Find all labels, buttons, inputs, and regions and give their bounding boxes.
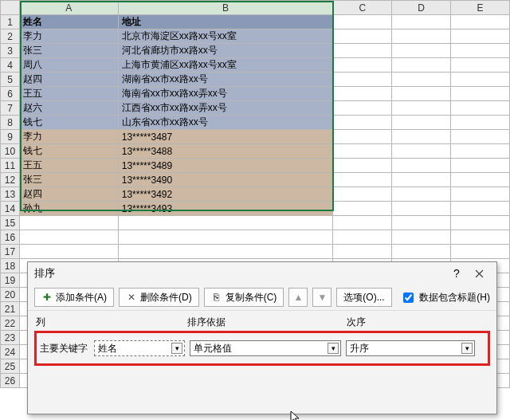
row-header[interactable]: 21 xyxy=(1,302,20,316)
column-header-row: A B C D E xyxy=(1,1,510,15)
row-header[interactable]: 10 xyxy=(1,144,20,159)
row-header[interactable]: 17 xyxy=(1,245,20,259)
row-header[interactable]: 5 xyxy=(1,73,20,87)
sort-basis-combo[interactable]: 单元格值 ▾ xyxy=(190,340,341,356)
cell-name[interactable]: 赵六 xyxy=(19,101,118,116)
cell-value[interactable]: 13*****3492 xyxy=(118,187,333,202)
cell-value[interactable]: 上海市黄浦区xx路xx号xx室 xyxy=(118,58,333,73)
cell-name[interactable]: 钱七 xyxy=(19,116,118,130)
sort-grid-header: 列 排序依据 次序 xyxy=(28,311,496,331)
cell-value[interactable]: 北京市海淀区xx路xx号xx室 xyxy=(118,29,333,44)
row-header[interactable]: 11 xyxy=(1,159,20,173)
add-condition-button[interactable]: ✚ 添加条件(A) xyxy=(34,288,114,307)
row-header[interactable]: 18 xyxy=(1,259,20,273)
table-row[interactable]: 13赵四13*****3492 xyxy=(1,187,510,202)
cell-value[interactable]: 13*****3487 xyxy=(118,130,333,144)
table-row[interactable]: 15 xyxy=(1,216,510,230)
select-all-corner[interactable] xyxy=(1,1,20,15)
move-up-button[interactable]: ▲ xyxy=(288,288,308,307)
row-header[interactable]: 8 xyxy=(1,116,20,130)
header-checkbox[interactable]: 数据包含标题(H) xyxy=(400,290,490,305)
col-header-A[interactable]: A xyxy=(19,1,118,15)
row-header[interactable]: 7 xyxy=(1,101,20,116)
row-header[interactable]: 15 xyxy=(1,216,20,230)
plus-icon: ✚ xyxy=(41,292,53,303)
table-row[interactable]: 4周八上海市黄浦区xx路xx号xx室 xyxy=(1,58,510,73)
cell-value[interactable]: 河北省廊坊市xx路xx号 xyxy=(118,44,333,58)
row-header[interactable]: 9 xyxy=(1,130,20,144)
cell-value[interactable]: 湖南省xx市xx路xx号 xyxy=(118,73,333,87)
row-header[interactable]: 20 xyxy=(1,288,20,302)
cell-name[interactable]: 周八 xyxy=(19,58,118,73)
close-icon xyxy=(475,269,484,278)
sort-order-combo[interactable]: 升序 ▾ xyxy=(346,340,475,356)
table-row[interactable]: 11王五13*****3489 xyxy=(1,159,510,173)
row-header[interactable]: 14 xyxy=(1,202,20,216)
table-row[interactable]: 6王五海南省xx市xx路xx弄xx号 xyxy=(1,87,510,101)
table-row[interactable]: 17 xyxy=(1,245,510,259)
chevron-down-icon: ▾ xyxy=(461,343,473,354)
header-checkbox-input[interactable] xyxy=(403,292,414,303)
cell-value[interactable]: 13*****3489 xyxy=(118,159,333,173)
x-icon: ✕ xyxy=(126,292,137,303)
table-row[interactable]: 14孙九13*****3493 xyxy=(1,202,510,216)
table-row[interactable]: 12张三13*****3490 xyxy=(1,173,510,187)
chevron-down-icon: ▾ xyxy=(171,343,182,354)
table-row[interactable]: 16 xyxy=(1,230,510,245)
cell-name[interactable]: 张三 xyxy=(19,44,118,58)
cell-name[interactable]: 赵四 xyxy=(19,187,118,202)
sort-key-combo[interactable]: 姓名 ▾ xyxy=(94,340,185,356)
table-row[interactable]: 2李力北京市海淀区xx路xx号xx室 xyxy=(1,29,510,44)
row-header[interactable]: 26 xyxy=(1,374,20,388)
table-row[interactable]: 10钱七13*****3488 xyxy=(1,144,510,159)
cell-name[interactable]: 王五 xyxy=(19,159,118,173)
delete-condition-button[interactable]: ✕ 删除条件(D) xyxy=(119,288,199,307)
col-header-D[interactable]: D xyxy=(392,1,451,15)
row-header[interactable]: 12 xyxy=(1,173,20,187)
cell-name[interactable]: 孙九 xyxy=(19,202,118,216)
table-row[interactable]: 5赵四湖南省xx市xx路xx号 xyxy=(1,73,510,87)
row-header[interactable]: 4 xyxy=(1,58,20,73)
cell-value[interactable]: 13*****3488 xyxy=(118,144,333,159)
col-header-B[interactable]: B xyxy=(118,1,333,15)
cell-name[interactable]: 钱七 xyxy=(19,144,118,159)
grid-col-basis: 排序依据 xyxy=(187,316,347,329)
cell-name[interactable]: 赵四 xyxy=(19,73,118,87)
copy-condition-button[interactable]: ⎘ 复制条件(C) xyxy=(204,288,284,307)
table-row[interactable]: 8钱七山东省xx市xx路xx号 xyxy=(1,116,510,130)
move-down-button[interactable]: ▼ xyxy=(312,288,332,307)
cell-name[interactable]: 李力 xyxy=(19,29,118,44)
row-header[interactable]: 23 xyxy=(1,331,20,345)
cell-value[interactable]: 海南省xx市xx路xx弄xx号 xyxy=(118,87,333,101)
cell-name[interactable]: 王五 xyxy=(19,87,118,101)
table-row[interactable]: 7赵六江西省xx市xx路xx弄xx号 xyxy=(1,101,510,116)
table-row[interactable]: 9李力13*****3487 xyxy=(1,130,510,144)
close-button[interactable] xyxy=(468,265,490,282)
table-row[interactable]: 1 姓名 地址 xyxy=(1,15,510,29)
cell-value[interactable]: 13*****3490 xyxy=(118,173,333,187)
row-header[interactable]: 19 xyxy=(1,273,20,288)
col-header-E[interactable]: E xyxy=(451,1,510,15)
row-header[interactable]: 6 xyxy=(1,87,20,101)
row-header[interactable]: 24 xyxy=(1,345,20,359)
row-header[interactable]: 1 xyxy=(1,15,20,29)
cell-value[interactable]: 江西省xx市xx路xx弄xx号 xyxy=(118,101,333,116)
row-header[interactable]: 13 xyxy=(1,187,20,202)
cell-value[interactable]: 13*****3493 xyxy=(118,202,333,216)
options-button[interactable]: 选项(O)... xyxy=(336,288,391,307)
cell-name[interactable]: 张三 xyxy=(19,173,118,187)
row-header[interactable]: 2 xyxy=(1,29,20,44)
cell-value[interactable]: 山东省xx市xx路xx号 xyxy=(118,116,333,130)
chevron-down-icon: ▼ xyxy=(317,292,327,303)
sort-dialog: 排序 ? ✚ 添加条件(A) ✕ 删除条件(D) ⎘ 复制条件(C) ▲ ▼ 选… xyxy=(27,261,497,414)
row-header[interactable]: 3 xyxy=(1,44,20,58)
col-header-C[interactable]: C xyxy=(333,1,392,15)
header-addr[interactable]: 地址 xyxy=(118,15,333,29)
row-header[interactable]: 25 xyxy=(1,359,20,374)
row-header[interactable]: 16 xyxy=(1,230,20,245)
cell-name[interactable]: 李力 xyxy=(19,130,118,144)
help-button[interactable]: ? xyxy=(445,265,468,282)
table-row[interactable]: 3张三河北省廊坊市xx路xx号 xyxy=(1,44,510,58)
row-header[interactable]: 22 xyxy=(1,316,20,331)
header-name[interactable]: 姓名 xyxy=(19,15,118,29)
